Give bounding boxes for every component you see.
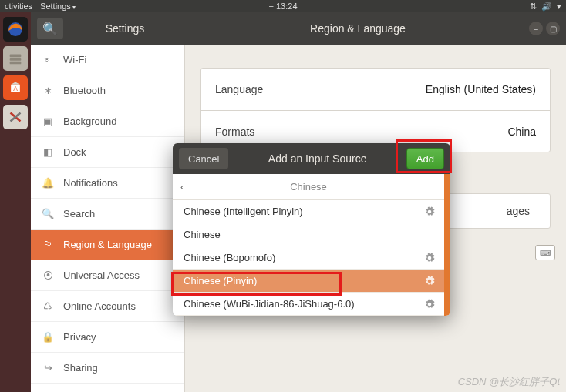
list-item[interactable]: Chinese xyxy=(173,223,444,246)
list-item[interactable]: Chinese (Pinyin) xyxy=(173,270,444,293)
keyboard-layout-button[interactable]: ⌨ xyxy=(535,245,555,260)
watermark: CSDN @长沙红胖子Qt xyxy=(458,375,560,389)
sidebar-item-dock[interactable]: ◧Dock xyxy=(31,137,184,168)
category-header: ‹ Chinese xyxy=(173,174,444,200)
list-item-label: Chinese (Intelligent Pinyin) xyxy=(184,206,303,217)
search-icon: 🔍 xyxy=(42,208,54,219)
window-minimize[interactable]: – xyxy=(529,22,543,35)
sidebar-item-label: Universal Access xyxy=(63,270,140,281)
launcher-software[interactable]: A xyxy=(3,75,28,100)
list-item[interactable]: Chinese (Bopomofo) xyxy=(173,246,444,270)
sidebar-item-sharing[interactable]: ↪Sharing xyxy=(31,353,184,384)
bell-icon: 🔔 xyxy=(42,177,54,189)
settings-sidebar: ᯤWi-Fi ∗Bluetooth ▣Background ◧Dock 🔔Not… xyxy=(31,45,185,392)
sidebar-item-privacy[interactable]: 🔒Privacy xyxy=(31,322,184,353)
gear-icon xyxy=(424,206,435,217)
sidebar-item-label: Wi-Fi xyxy=(63,54,86,65)
dialog-headerbar: Cancel Add an Input Source Add xyxy=(173,143,450,174)
launcher-firefox[interactable] xyxy=(3,17,28,42)
sidebar-item-label: Dock xyxy=(63,146,86,158)
dock-icon: ◧ xyxy=(42,146,54,158)
svg-rect-1 xyxy=(10,55,22,58)
row-value: ages xyxy=(507,205,530,217)
sidebar-item-label: Region & Language xyxy=(63,239,152,250)
gear-icon xyxy=(424,276,435,286)
network-indicator-icon[interactable]: ⇅ xyxy=(530,2,537,12)
activities-button[interactable]: ctivities xyxy=(5,2,32,11)
sidebar-item-label: Background xyxy=(63,116,116,127)
dock: A xyxy=(0,12,31,392)
input-source-list: ‹ Chinese Chinese (Intelligent Pinyin) C… xyxy=(173,174,444,316)
sidebar-item-notifications[interactable]: 🔔Notifications xyxy=(31,168,184,199)
list-item-label: Chinese xyxy=(184,229,221,240)
list-item-label: Chinese (Pinyin) xyxy=(184,275,257,286)
dialog-title: Add an Input Source xyxy=(228,152,406,165)
wifi-icon: ᯤ xyxy=(42,54,54,65)
universal-access-icon: ⦿ xyxy=(42,270,54,281)
search-icon: 🔍 xyxy=(42,22,58,36)
svg-text:A: A xyxy=(13,85,18,92)
sidebar-item-label: Search xyxy=(63,208,95,219)
sound-indicator-icon[interactable]: 🔊 xyxy=(541,2,552,12)
category-label: Chinese xyxy=(290,181,327,193)
row-value: China xyxy=(507,126,536,138)
gnome-top-bar: ctivities Settings▾ ≡ 13:24 ⇅ 🔊 ▾ xyxy=(0,0,566,12)
window-maximize[interactable]: ▢ xyxy=(546,22,560,35)
lock-icon: 🔒 xyxy=(42,331,54,343)
scrollbar[interactable] xyxy=(444,174,450,316)
sidebar-item-online-accounts[interactable]: ♺Online Accounts xyxy=(31,291,184,322)
gear-icon xyxy=(424,253,435,263)
search-button[interactable]: 🔍 xyxy=(37,18,63,39)
sidebar-item-label: Notifications xyxy=(63,177,118,189)
sidebar-item-label: Online Accounts xyxy=(63,300,136,312)
sidebar-item-label: Bluetooth xyxy=(63,85,106,96)
back-button[interactable]: ‹ xyxy=(180,181,184,193)
gear-icon xyxy=(424,299,435,310)
online-accounts-icon: ♺ xyxy=(42,300,54,312)
keyboard-icon: ⌨ xyxy=(540,249,551,257)
sidebar-item-label: Privacy xyxy=(63,331,96,343)
add-input-source-dialog: Cancel Add an Input Source Add ‹ Chinese… xyxy=(173,143,450,316)
svg-rect-3 xyxy=(10,62,22,65)
clock[interactable]: ≡ 13:24 xyxy=(268,2,297,11)
svg-rect-2 xyxy=(10,58,22,61)
sidebar-item-region-language[interactable]: 🏳Region & Language xyxy=(31,230,184,260)
sidebar-item-universal-access[interactable]: ⦿Universal Access xyxy=(31,260,184,291)
list-item[interactable]: Chinese (Intelligent Pinyin) xyxy=(173,200,444,223)
row-label: Language xyxy=(215,83,263,95)
launcher-settings[interactable] xyxy=(3,105,28,129)
app-menu[interactable]: Settings▾ xyxy=(40,2,76,11)
row-label: Formats xyxy=(215,126,254,138)
launcher-files[interactable] xyxy=(3,46,28,71)
list-item-label: Chinese (WuBi-Jidian-86-JiShuag-6.0) xyxy=(184,298,355,310)
bluetooth-icon: ∗ xyxy=(42,85,54,96)
sharing-icon: ↪ xyxy=(42,362,54,374)
headerbar: 🔍 Settings Region & Language – ▢ xyxy=(31,12,566,45)
row-value: English (United States) xyxy=(426,83,536,95)
language-row[interactable]: Language English (United States) xyxy=(201,69,550,110)
list-item[interactable]: Chinese (WuBi-Jidian-86-JiShuag-6.0) xyxy=(173,293,444,316)
add-button[interactable]: Add xyxy=(406,148,444,169)
power-indicator-icon[interactable]: ▾ xyxy=(557,2,561,12)
headerbar-title-right: Region & Language xyxy=(187,22,529,35)
cancel-button[interactable]: Cancel xyxy=(179,148,228,169)
sidebar-item-wifi[interactable]: ᯤWi-Fi xyxy=(31,45,184,75)
sidebar-item-background[interactable]: ▣Background xyxy=(31,106,184,137)
sidebar-item-label: Sharing xyxy=(63,362,98,374)
region-icon: 🏳 xyxy=(42,239,54,250)
sidebar-item-bluetooth[interactable]: ∗Bluetooth xyxy=(31,75,184,106)
language-formats-panel: Language English (United States) Formats… xyxy=(200,68,551,152)
list-item-label: Chinese (Bopomofo) xyxy=(184,252,275,263)
headerbar-title-left: Settings xyxy=(63,22,187,35)
sidebar-item-search[interactable]: 🔍Search xyxy=(31,199,184,230)
background-icon: ▣ xyxy=(42,116,54,127)
